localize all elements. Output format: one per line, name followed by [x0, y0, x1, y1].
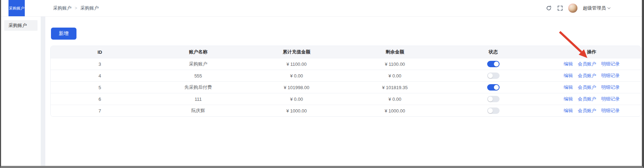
toggle-knob: [488, 108, 493, 113]
toggle-knob: [494, 85, 499, 90]
col-header-actions: 操作: [542, 49, 641, 55]
status-toggle[interactable]: [487, 108, 500, 114]
cell-actions: 编辑 会员账户 明细记录: [542, 108, 641, 114]
status-toggle[interactable]: [487, 84, 500, 91]
chevron-down-icon: [607, 6, 611, 10]
toggle-knob: [488, 73, 493, 78]
edit-link[interactable]: 编辑: [564, 61, 573, 67]
cell-actions: 编辑 会员账户 明细记录: [542, 73, 641, 79]
sidebar-main-divider: [41, 17, 45, 166]
toggle-knob: [488, 97, 493, 102]
cell-name: 先采购后付费: [149, 84, 247, 91]
cell-total: ¥ 0.00: [247, 73, 346, 79]
cell-id: 3: [51, 62, 149, 67]
table-row: 3 采购账户 ¥ 1100.00 ¥ 1100.00 编辑 会员账户 明细记录: [51, 58, 641, 70]
cell-total: ¥ 1000.00: [247, 108, 346, 114]
member-account-link[interactable]: 会员账户: [578, 73, 596, 79]
main-content: 新增 ID 账户名称 累计充值金额 剩余金额 状态 操作 3 采购账户 ¥ 11…: [45, 17, 642, 166]
cell-name: 111: [149, 97, 247, 102]
top-bar: 采购账户 采购账户 > 采购账户: [1, 0, 642, 17]
avatar[interactable]: [568, 4, 577, 13]
sidebar: 采购账户: [1, 17, 41, 166]
cell-status: [444, 73, 542, 79]
cell-id: 4: [51, 73, 149, 79]
table-row: 7 阮庆辉 ¥ 1000.00 ¥ 1000.00 编辑 会员账户 明细记录: [51, 105, 641, 116]
member-account-link[interactable]: 会员账户: [578, 96, 596, 102]
cell-total: ¥ 1100.00: [247, 62, 346, 67]
col-header-id: ID: [51, 50, 149, 55]
detail-record-link[interactable]: 明细记录: [601, 61, 620, 67]
add-button[interactable]: 新增: [51, 28, 76, 40]
table-row: 6 111 ¥ 0.00 ¥ 0.00 编辑 会员账户 明细记录: [51, 93, 641, 105]
cell-actions: 编辑 会员账户 明细记录: [542, 84, 641, 91]
app-window: 采购账户 采购账户 > 采购账户: [0, 0, 644, 168]
cell-total: ¥ 101998.00: [247, 85, 346, 90]
table-header-row: ID 账户名称 累计充值金额 剩余金额 状态 操作: [51, 46, 641, 58]
sidebar-item-purchase-account[interactable]: 采购账户: [4, 20, 38, 31]
breadcrumb: 采购账户 > 采购账户: [53, 5, 99, 11]
edit-link[interactable]: 编辑: [564, 96, 573, 102]
table-body: 3 采购账户 ¥ 1100.00 ¥ 1100.00 编辑 会员账户 明细记录 …: [51, 58, 641, 116]
col-header-total: 累计充值金额: [247, 49, 346, 55]
col-header-status: 状态: [444, 49, 542, 55]
cell-actions: 编辑 会员账户 明细记录: [542, 61, 641, 67]
status-toggle[interactable]: [487, 96, 500, 102]
cell-status: [444, 108, 542, 114]
member-account-link[interactable]: 会员账户: [578, 84, 596, 91]
cell-id: 5: [51, 85, 149, 90]
cell-total: ¥ 0.00: [247, 97, 346, 102]
cell-id: 6: [51, 97, 149, 102]
status-toggle[interactable]: [487, 73, 500, 79]
member-account-link[interactable]: 会员账户: [578, 108, 596, 114]
cell-balance: ¥ 1100.00: [346, 62, 444, 67]
cell-name: 555: [149, 73, 247, 79]
breadcrumb-separator: >: [75, 6, 77, 11]
cell-status: [444, 96, 542, 102]
user-name: 超级管理员: [583, 5, 606, 11]
detail-record-link[interactable]: 明细记录: [601, 96, 620, 102]
table-row: 4 555 ¥ 0.00 ¥ 0.00 编辑 会员账户 明细记录: [51, 70, 641, 81]
cell-balance: ¥ 101819.35: [346, 85, 444, 90]
detail-record-link[interactable]: 明细记录: [601, 84, 620, 91]
table-row: 5 先采购后付费 ¥ 101998.00 ¥ 101819.35 编辑 会员账户…: [51, 81, 641, 93]
topbar-actions: 超级管理员: [546, 4, 611, 13]
col-header-balance: 剩余金额: [346, 49, 444, 55]
cell-name: 采购账户: [149, 61, 247, 67]
cell-balance: ¥ 0.00: [346, 73, 444, 79]
toggle-knob: [494, 62, 499, 66]
cell-balance: ¥ 0.00: [346, 97, 444, 102]
cell-balance: ¥ 1000.00: [346, 108, 444, 114]
cell-id: 7: [51, 108, 149, 114]
edit-link[interactable]: 编辑: [564, 73, 573, 79]
status-toggle[interactable]: [487, 61, 500, 67]
cell-name: 阮庆辉: [149, 108, 247, 114]
edit-link[interactable]: 编辑: [564, 108, 573, 114]
cell-status: [444, 84, 542, 91]
sidebar-item-label: 采购账户: [8, 22, 27, 29]
cell-actions: 编辑 会员账户 明细记录: [542, 96, 641, 102]
member-account-link[interactable]: 会员账户: [578, 61, 596, 67]
accounts-table: ID 账户名称 累计充值金额 剩余金额 状态 操作 3 采购账户 ¥ 1100.…: [50, 46, 641, 117]
detail-record-link[interactable]: 明细记录: [601, 108, 620, 114]
refresh-icon[interactable]: [546, 5, 552, 11]
cell-status: [444, 61, 542, 67]
app-logo: 采购账户: [8, 0, 25, 16]
fullscreen-icon[interactable]: [557, 5, 563, 11]
detail-record-link[interactable]: 明细记录: [601, 73, 620, 79]
user-menu[interactable]: 超级管理员: [583, 5, 611, 11]
col-header-name: 账户名称: [149, 49, 247, 55]
edit-link[interactable]: 编辑: [564, 84, 573, 91]
breadcrumb-item[interactable]: 采购账户: [53, 5, 72, 11]
breadcrumb-item-current: 采购账户: [80, 5, 99, 11]
